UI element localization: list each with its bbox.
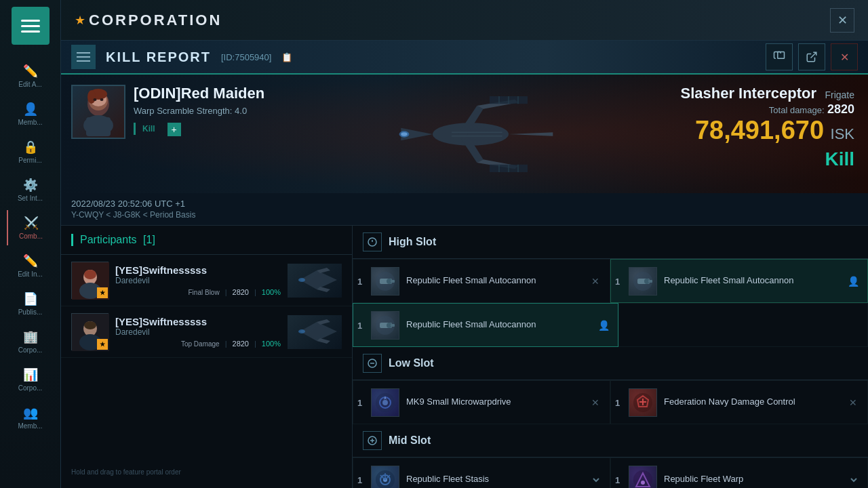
autocannon-2-icon [629,267,657,296]
svg-point-32 [84,270,96,279]
participant-item-2[interactable]: ★ [YES]Swiftnesssss Daredevil Top Damage… [61,306,352,358]
participant-ship-1 [288,264,342,298]
equipment-item-damage-control[interactable]: 1 Federation Navy Damage Control ✕ [610,380,868,424]
equipment-item-autocannon-1[interactable]: 1 Republic Fleet Small Autocannon ✕ [353,259,610,303]
kill-report-header: KILL REPORT [ID:7505940] 📋 ✕ [61,41,868,75]
pilot-warp-scramble: Warp Scramble Strength: 4.0 [134,106,264,116]
corp2-icon: 📊 [9,367,52,382]
pilot-section: [ODIN]Red Maiden Warp Scramble Strength:… [61,75,275,193]
high-slot-header: High Slot [353,226,868,259]
svg-point-6 [87,90,96,104]
pilot-extras: Kill + [134,121,264,136]
svg-point-8 [100,98,104,101]
kill-type-label: Kill [680,148,854,170]
autocannon-1-name: Republic Fleet Small Autocannon [406,275,583,287]
pilot-avatar [71,85,125,139]
corp-close-button[interactable]: ✕ [830,8,854,33]
participant-2-info: [YES]Swiftnesssss Daredevil Top Damage |… [115,316,281,348]
microwarpdrive-icon [371,388,399,417]
sidebar-hamburger[interactable] [12,7,50,45]
sidebar-item-edit-alliance[interactable]: ✏️ Edit A... [7,58,54,94]
mid-slot-row: 1 Republic Fleet Stasis [353,458,868,488]
mid-slot-icon [363,431,382,450]
high-slot-row-2: 1 Republic Fleet Small Autocannon 👤 [353,303,868,347]
participant-item[interactable]: ★ [YES]Swiftnesssss Daredevil Final Blow… [61,255,352,306]
microwarpdrive-close[interactable]: ✕ [589,396,601,409]
ship-type-label: Slasher Interceptor Frigate [680,85,854,102]
sidebar: ✏️ Edit A... 👤 Memb... 🔒 Permi... ⚙️ Set… [0,0,61,488]
autocannon-3-name: Republic Fleet Small Autocannon [406,319,591,331]
close-report-button[interactable]: ✕ [831,43,858,70]
svg-rect-54 [648,280,652,283]
sidebar-item-members2[interactable]: 👥 Memb... [7,400,54,435]
sidebar-item-corp1[interactable]: 🏢 Corpo... [7,324,54,359]
copy-icon[interactable]: 📋 [281,52,292,62]
corp-star: ★ [75,13,85,28]
autocannon-3-person: 👤 [597,319,610,331]
sidebar-item-members[interactable]: 👤 Memb... [7,96,54,131]
members2-icon: 👥 [9,405,52,420]
participant-1-info: [YES]Swiftnesssss Daredevil Final Blow |… [115,264,281,296]
svg-point-45 [298,329,305,333]
ship-image [376,87,566,182]
damage-control-icon [629,388,657,417]
sidebar-item-edit-info[interactable]: ✏️ Edit In... [7,248,54,283]
equipment-item-autocannon-2[interactable]: 1 Republic Fleet Small Autocannon 👤 [610,259,868,303]
warp-icon [629,466,657,489]
equipment-item-warp[interactable]: 1 Republic Fleet Warp [610,458,868,488]
low-slot-header: Low Slot [353,347,868,380]
svg-marker-34 [300,270,337,289]
date-bar: 2022/08/23 20:52:06 UTC +1 Y-CWQY < J8-G… [61,193,868,226]
stasis-chevron [591,474,601,485]
participant-avatar-1: ★ [71,262,108,299]
warp-name: Republic Fleet Warp [664,474,842,485]
equipment-item-microwarpdrive[interactable]: 1 MK9 Small Microwarpdrive ✕ [353,380,610,424]
pilot-info: [ODIN]Red Maiden Warp Scramble Strength:… [134,85,264,136]
svg-point-27 [401,132,408,136]
pilot-name: [ODIN]Red Maiden [134,85,264,102]
equipment-item-autocannon-3[interactable]: 1 Republic Fleet Small Autocannon 👤 [353,303,618,347]
corp1-icon: 🏢 [9,329,52,344]
pilot-avatar-face [73,85,124,139]
external-link-button[interactable] [798,43,825,70]
kill-report-id: [ID:7505940] [221,52,271,62]
sidebar-item-publish[interactable]: 📄 Publis... [7,286,54,321]
empty-slot [618,303,868,347]
sidebar-item-combat[interactable]: ⚔️ Comb... [7,210,54,245]
settings-icon: ⚙️ [9,178,52,192]
low-slot-icon [363,354,382,373]
low-slot-title: Low Slot [389,357,434,369]
autocannon-1-close[interactable]: ✕ [589,275,601,287]
kill-stats: Slasher Interceptor Frigate Total damage… [667,75,868,193]
autocannon-1-icon [371,267,399,296]
sidebar-item-corp2[interactable]: 📊 Corpo... [7,362,54,397]
footer-note: Hold and drag to feature portal order [61,463,191,481]
svg-point-63 [382,400,388,405]
sidebar-item-settings[interactable]: ⚙️ Set Int... [7,172,54,207]
damage-control-close[interactable]: ✕ [847,396,859,409]
stasis-name: Republic Fleet Stasis [406,474,584,485]
svg-rect-10 [86,117,111,136]
corp-badge-2: ★ [97,339,108,350]
low-slot-row: 1 MK9 Small Microwarpdrive ✕ 1 [353,380,868,424]
clipboard-button[interactable] [766,43,793,70]
svg-rect-50 [391,280,395,283]
corp-title: CORPORATION [89,12,222,29]
participants-header: Participants [1] [61,226,352,255]
corp-badge-1: ★ [97,287,108,298]
participant-1-stats: Final Blow | 2820 | 100% [115,288,281,296]
high-slot-row-1: 1 Republic Fleet Small Autocannon ✕ 1 [353,259,868,303]
combat-icon: ⚔️ [11,216,52,230]
autocannon-3-icon [371,311,399,340]
corp-bar: ★ CORPORATION ✕ [61,0,868,41]
header-hamburger[interactable] [71,45,96,69]
participant-2-stats: Top Damage | 2820 | 100% [115,340,281,348]
warp-chevron [848,474,859,485]
kill-report-title: KILL REPORT [106,49,211,65]
sidebar-item-permissions[interactable]: 🔒 Permi... [7,134,54,169]
equipment-item-stasis[interactable]: 1 Republic Fleet Stasis [353,458,610,488]
main-panel: KILL REPORT [ID:7505940] 📋 ✕ [61,41,868,488]
svg-point-40 [84,321,96,329]
edit-info-icon: ✏️ [9,253,52,268]
add-button[interactable]: + [167,123,181,136]
